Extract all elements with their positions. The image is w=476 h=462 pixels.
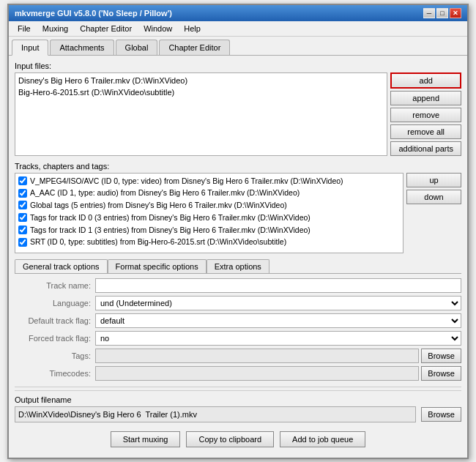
menu-chapter-editor[interactable]: Chapter Editor [74,23,138,34]
titlebar-controls: ─ □ ✕ [423,8,461,18]
output-row: Browse [15,406,461,422]
up-button[interactable]: up [406,173,461,187]
track-checkbox-4[interactable] [18,226,27,234]
timecodes-label: Timecodes: [15,369,95,378]
timecodes-browse-button[interactable]: Browse [421,366,461,381]
main-window: mkvmerge GUI v5.8.0 ('No Sleep / Pillow'… [7,4,469,459]
forced-track-select[interactable]: no [95,331,461,346]
default-track-row: Default track flag: default [15,313,461,328]
additional-parts-button[interactable]: additional parts [390,141,461,156]
add-job-queue-button[interactable]: Add to job queue [280,431,365,447]
tracks-container: V_MPEG4/ISO/AVC (ID 0, type: video) from… [15,173,461,253]
tab-chapter-editor[interactable]: Chapter Editor [159,40,230,55]
track-checkbox-2[interactable] [18,201,27,209]
tab-global[interactable]: Global [116,40,158,55]
down-button[interactable]: down [406,190,461,204]
file-buttons: add append remove remove all additional … [390,72,461,156]
track-item: A_AAC (ID 1, type: audio) from Disney's … [17,187,401,199]
file-list[interactable]: Disney's Big Hero 6 Trailer.mkv (D:\WinX… [15,72,387,156]
append-button[interactable]: append [390,91,461,105]
footer-buttons: Start muxing Copy to clipboard Add to jo… [15,428,461,452]
file-item: Big-Hero-6-2015.srt (D:\WinXVideo\subtit… [18,86,384,99]
minimize-button[interactable]: ─ [423,8,435,18]
menu-window[interactable]: Window [138,23,178,34]
track-checkbox-0[interactable] [18,176,27,185]
remove-button[interactable]: remove [390,108,461,122]
output-section: Output filename Browse [15,390,461,422]
output-filename-input[interactable] [15,406,416,422]
menu-file[interactable]: File [12,23,37,34]
titlebar-title: mkvmerge GUI v5.8.0 ('No Sleep / Pillow'… [15,9,172,18]
tracks-list[interactable]: V_MPEG4/ISO/AVC (ID 0, type: video) from… [15,173,404,253]
opt-tab-extra[interactable]: Extra options [207,259,269,273]
track-item: Tags for track ID 1 (3 entries) from Dis… [17,224,401,236]
remove-all-button[interactable]: remove all [390,124,461,139]
track-label-5: SRT (ID 0, type: subtitles) from Big-Her… [30,236,286,248]
default-track-label: Default track flag: [15,316,95,325]
tracks-label: Tracks, chapters and tags: [15,162,461,171]
track-buttons: up down [406,173,461,253]
input-files-label: Input files: [15,62,461,70]
track-checkbox-5[interactable] [18,238,27,247]
main-content: Input files: Disney's Big Hero 6 Trailer… [9,56,467,458]
track-checkbox-1[interactable] [18,189,27,198]
track-label-4: Tags for track ID 1 (3 entries) from Dis… [30,224,310,236]
start-muxing-button[interactable]: Start muxing [111,431,181,447]
menubar: File Muxing Chapter Editor Window Help [9,21,467,37]
opt-tab-general[interactable]: General track options [15,259,108,273]
tab-attachments[interactable]: Attachments [50,40,114,55]
track-label-0: V_MPEG4/ISO/AVC (ID 0, type: video) from… [30,175,343,187]
track-item: V_MPEG4/ISO/AVC (ID 0, type: video) from… [17,175,401,187]
track-label-1: A_AAC (ID 1, type: audio) from Disney's … [30,187,300,199]
track-label-2: Global tags (5 entries) from Disney's Bi… [30,199,287,212]
main-tabs: Input Attachments Global Chapter Editor [9,37,467,56]
close-button[interactable]: ✕ [450,8,461,18]
track-item: SRT (ID 0, type: subtitles) from Big-Her… [17,236,401,248]
tags-row: Tags: Browse [15,349,461,363]
menu-muxing[interactable]: Muxing [37,23,74,34]
tab-input[interactable]: Input [12,40,48,56]
divider [15,387,461,387]
track-name-input[interactable] [95,278,461,293]
output-browse-button[interactable]: Browse [421,407,461,422]
language-select[interactable]: und (Undetermined) [95,296,461,310]
tracks-section: Tracks, chapters and tags: V_MPEG4/ISO/A… [15,162,461,253]
opt-tab-format[interactable]: Format specific options [108,259,207,273]
forced-track-label: Forced track flag: [15,334,95,343]
language-row: Language: und (Undetermined) [15,296,461,310]
timecodes-row: Timecodes: Browse [15,366,461,381]
default-track-select[interactable]: default [95,313,461,328]
forced-track-row: Forced track flag: no [15,331,461,346]
titlebar: mkvmerge GUI v5.8.0 ('No Sleep / Pillow'… [9,5,467,21]
track-label-3: Tags for track ID 0 (3 entries) from Dis… [30,212,310,224]
output-filename-label: Output filename [15,395,461,404]
tags-browse-button[interactable]: Browse [421,349,461,363]
track-item: Tags for track ID 0 (3 entries) from Dis… [17,212,401,224]
tags-label: Tags: [15,351,95,360]
track-name-label: Track name: [15,281,95,290]
language-label: Language: [15,299,95,308]
input-files-area: Disney's Big Hero 6 Trailer.mkv (D:\WinX… [15,72,461,156]
track-name-row: Track name: [15,278,461,293]
add-button[interactable]: add [390,72,461,89]
track-checkbox-3[interactable] [18,213,27,222]
track-item: Global tags (5 entries) from Disney's Bi… [17,199,401,212]
copy-clipboard-button[interactable]: Copy to clipboard [186,431,274,447]
file-item: Disney's Big Hero 6 Trailer.mkv (D:\WinX… [18,75,384,87]
options-section: General track options Format specific op… [15,259,461,381]
tags-input[interactable] [95,349,419,363]
options-tabs: General track options Format specific op… [15,259,461,274]
maximize-button[interactable]: □ [436,8,448,18]
menu-help[interactable]: Help [178,23,207,34]
timecodes-input[interactable] [95,366,419,381]
